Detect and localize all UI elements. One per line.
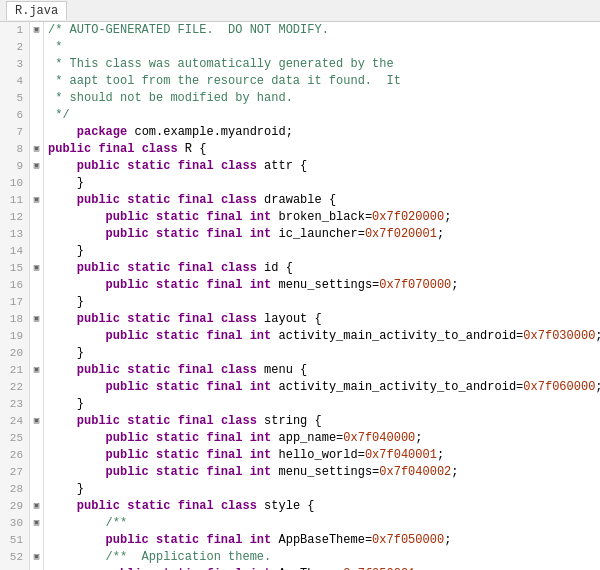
line-number: 7: [6, 124, 23, 141]
code-line: public static final int menu_settings=0x…: [48, 464, 600, 481]
line-number: 20: [6, 345, 23, 362]
fold-marker: [30, 532, 43, 549]
code-line: public static final class menu {: [48, 362, 600, 379]
code-line: public static final int AppTheme=0x7f050…: [48, 566, 600, 570]
code-area: 1234567891011121314151617181920212223242…: [0, 22, 600, 570]
code-line: public static final int ic_launcher=0x7f…: [48, 226, 600, 243]
code-line: }: [48, 175, 600, 192]
file-tab[interactable]: R.java: [6, 1, 67, 20]
fold-marker: [30, 90, 43, 107]
code-line: public static final int hello_world=0x7f…: [48, 447, 600, 464]
fold-marker: [30, 328, 43, 345]
line-number: 1: [6, 22, 23, 39]
fold-marker[interactable]: ▣: [30, 192, 43, 209]
line-number: 23: [6, 396, 23, 413]
line-number: 55: [6, 566, 23, 570]
fold-marker: [30, 481, 43, 498]
line-number: 28: [6, 481, 23, 498]
line-number: 18: [6, 311, 23, 328]
line-number: 15: [6, 260, 23, 277]
line-number: 16: [6, 277, 23, 294]
fold-marker: [30, 294, 43, 311]
fold-marker[interactable]: ▣: [30, 498, 43, 515]
fold-marker: [30, 277, 43, 294]
line-number: 14: [6, 243, 23, 260]
code-line: public static final class style {: [48, 498, 600, 515]
line-number: 11: [6, 192, 23, 209]
fold-marker[interactable]: ▣: [30, 311, 43, 328]
line-number: 27: [6, 464, 23, 481]
line-number: 2: [6, 39, 23, 56]
line-number: 19: [6, 328, 23, 345]
code-line: public static final class layout {: [48, 311, 600, 328]
line-number: 4: [6, 73, 23, 90]
fold-marker[interactable]: ▣: [30, 141, 43, 158]
fold-marker[interactable]: ▣: [30, 515, 43, 532]
fold-gutter: ▣▣▣▣▣▣▣▣▣▣▣: [30, 22, 44, 570]
fold-marker: [30, 226, 43, 243]
code-line: * should not be modified by hand.: [48, 90, 600, 107]
code-line: public final class R {: [48, 141, 600, 158]
code-line: }: [48, 294, 600, 311]
fold-marker: [30, 107, 43, 124]
code-line: }: [48, 396, 600, 413]
line-numbers: 1234567891011121314151617181920212223242…: [0, 22, 30, 570]
fold-marker[interactable]: ▣: [30, 22, 43, 39]
fold-marker: [30, 379, 43, 396]
code-line: * This class was automatically generated…: [48, 56, 600, 73]
fold-marker[interactable]: ▣: [30, 413, 43, 430]
code-line: }: [48, 243, 600, 260]
fold-marker: [30, 345, 43, 362]
fold-marker[interactable]: ▣: [30, 158, 43, 175]
line-number: 12: [6, 209, 23, 226]
line-number: 26: [6, 447, 23, 464]
line-number: 17: [6, 294, 23, 311]
code-line: * aapt tool from the resource data it fo…: [48, 73, 600, 90]
code-line: *: [48, 39, 600, 56]
code-content: /* AUTO-GENERATED FILE. DO NOT MODIFY. *…: [44, 22, 600, 570]
fold-marker: [30, 430, 43, 447]
code-line: }: [48, 481, 600, 498]
fold-marker: [30, 175, 43, 192]
fold-marker: [30, 447, 43, 464]
fold-marker[interactable]: ▣: [30, 362, 43, 379]
title-bar: R.java: [0, 0, 600, 22]
line-number: 8: [6, 141, 23, 158]
code-line: /** Application theme.: [48, 549, 600, 566]
line-number: 13: [6, 226, 23, 243]
line-number: 24: [6, 413, 23, 430]
fold-marker: [30, 396, 43, 413]
fold-marker: [30, 566, 43, 570]
line-number: 10: [6, 175, 23, 192]
code-line: }: [48, 345, 600, 362]
line-number: 21: [6, 362, 23, 379]
fold-marker[interactable]: ▣: [30, 260, 43, 277]
code-line: */: [48, 107, 600, 124]
fold-marker[interactable]: ▣: [30, 549, 43, 566]
code-line: package com.example.myandroid;: [48, 124, 600, 141]
fold-marker: [30, 124, 43, 141]
line-number: 22: [6, 379, 23, 396]
code-line: public static final class drawable {: [48, 192, 600, 209]
code-line: public static final int activity_main_ac…: [48, 379, 600, 396]
code-line: public static final class id {: [48, 260, 600, 277]
line-number: 9: [6, 158, 23, 175]
code-line: public static final int activity_main_ac…: [48, 328, 600, 345]
fold-marker: [30, 464, 43, 481]
line-number: 52: [6, 549, 23, 566]
fold-marker: [30, 73, 43, 90]
line-number: 29: [6, 498, 23, 515]
code-line: public static final int broken_black=0x7…: [48, 209, 600, 226]
code-line: /* AUTO-GENERATED FILE. DO NOT MODIFY.: [48, 22, 600, 39]
line-number: 3: [6, 56, 23, 73]
code-line: public static final class attr {: [48, 158, 600, 175]
line-number: 51: [6, 532, 23, 549]
fold-marker: [30, 243, 43, 260]
line-number: 25: [6, 430, 23, 447]
code-line: public static final class string {: [48, 413, 600, 430]
fold-marker: [30, 56, 43, 73]
code-line: public static final int AppBaseTheme=0x7…: [48, 532, 600, 549]
fold-marker: [30, 39, 43, 56]
line-number: 6: [6, 107, 23, 124]
line-number: 5: [6, 90, 23, 107]
